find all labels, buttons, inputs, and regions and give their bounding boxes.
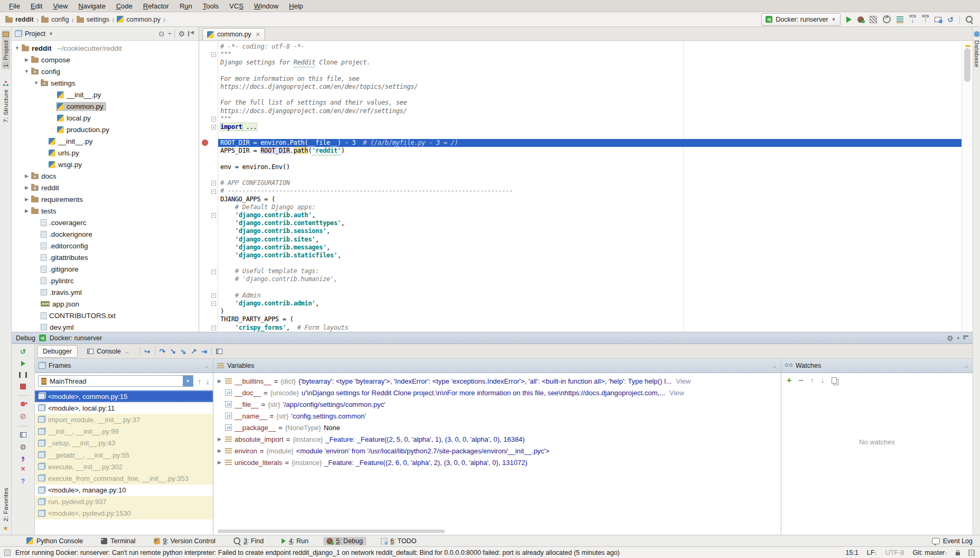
tree-item-wsgi.py[interactable]: wsgi.py [12, 159, 199, 170]
tree-item-compose[interactable]: ▶compose [12, 54, 199, 66]
caret-position[interactable]: 15:1 [846, 549, 858, 556]
fold-marker[interactable]: − [211, 269, 216, 274]
expand-icon[interactable]: ▶ [217, 378, 222, 384]
tree-item-.coveragerc[interactable]: .coveragerc [12, 217, 199, 228]
tool-window-tab-6-todo[interactable]: 6: TODO [378, 537, 420, 545]
gear-icon[interactable]: ⚙ [178, 30, 185, 38]
frame-row[interactable]: <module>, pydevd.py:1530 [35, 508, 213, 519]
code-line[interactable]: APPS_DIR = ROOT_DIR.path('reddit') [220, 147, 962, 155]
tool-button-project[interactable]: 1: Project [2, 30, 10, 69]
fold-marker[interactable]: − [211, 213, 216, 218]
tree-item-production.py[interactable]: production.py [12, 124, 199, 135]
tool-button-database[interactable]: Database [974, 31, 980, 68]
duplicate-watch-button[interactable] [832, 377, 837, 384]
hide-tool-window-button[interactable] [963, 336, 968, 341]
stop-button[interactable] [20, 384, 26, 389]
code-line[interactable]: For more information on this file, see [220, 75, 962, 83]
tool-window-tab-terminal[interactable]: Terminal [98, 537, 138, 545]
tree-item-.pylintrc[interactable]: .pylintrc [12, 275, 199, 286]
warning-mark[interactable] [965, 45, 970, 47]
variable-row[interactable]: ▶__builtins__={dict}{'bytearray': <type … [213, 375, 781, 387]
lock-icon[interactable] [956, 552, 960, 555]
code-line[interactable] [220, 259, 962, 267]
menu-vcs[interactable]: VCS [225, 1, 248, 11]
chevron-down-icon[interactable]: ▼ [49, 31, 53, 36]
code-line[interactable] [220, 67, 962, 75]
fold-marker[interactable]: + [211, 125, 216, 129]
tool-window-toggle-icon[interactable] [4, 550, 11, 556]
breadcrumb-settings[interactable]: settings [77, 16, 109, 23]
frame-row[interactable]: run, pydevd.py:937 [35, 496, 213, 508]
chevron-down-icon[interactable]: ▾ [957, 336, 959, 341]
resume-button[interactable] [21, 361, 25, 366]
status-message[interactable]: Error running Docker: runserver: Can't r… [15, 549, 620, 556]
tree-item-urls.py[interactable]: urls.py [12, 147, 199, 159]
breadcrumb-config[interactable]: config [41, 16, 69, 23]
gear-icon[interactable]: ⚙ [947, 334, 954, 342]
move-watch-down-button[interactable]: ↓ [821, 377, 825, 384]
close-icon[interactable]: ✕ [256, 31, 260, 38]
git-branch-select[interactable]: Git: master↕ [912, 549, 947, 556]
tree-item-reddit[interactable]: ▶reddit [12, 182, 199, 193]
code-line[interactable] [220, 131, 962, 139]
mute-breakpoints-button[interactable]: ⊘ [20, 412, 26, 420]
debug-button[interactable] [857, 16, 864, 23]
variable-row[interactable]: 18__name__={str}'config.settings.common' [213, 410, 781, 422]
menu-code[interactable]: Code [111, 1, 137, 11]
tree-item-config[interactable]: ▼config [12, 66, 199, 77]
code-line[interactable]: # 'django.contrib.humanize', [220, 275, 962, 283]
locate-file-button[interactable]: ⊙ [158, 30, 165, 38]
run-configuration-select[interactable]: dj Docker: runserver ▼ [761, 13, 840, 26]
tree-toggle-icon[interactable]: ▶ [23, 57, 30, 62]
tree-item-.travis.yml[interactable]: .travis.yml [12, 286, 199, 298]
step-into-button[interactable]: ↘ [170, 348, 176, 355]
profiler-button[interactable] [883, 15, 891, 23]
code-line[interactable]: DJANGO_APPS = ( [220, 196, 962, 203]
pin-icon[interactable]: → [203, 362, 209, 369]
variable-row[interactable]: ▶environ={module}<module 'environ' from … [213, 445, 781, 457]
file-encoding[interactable]: UTF-8 [885, 549, 904, 556]
fold-marker[interactable]: − [211, 301, 216, 306]
rollback-button[interactable]: ↺ [947, 16, 954, 23]
variable-row[interactable]: ▶absolute_import={instance}_Feature: _Fe… [213, 433, 781, 445]
tree-toggle-icon[interactable]: ▼ [14, 45, 21, 51]
tree-item-local.py[interactable]: local.py [12, 112, 199, 124]
tree-item-settings[interactable]: ▼settings [12, 77, 199, 89]
variable-row[interactable]: ▶unicode_literals={instance}_Feature: _F… [213, 457, 781, 468]
expand-icon[interactable]: ▶ [217, 448, 222, 453]
tree-item-.dockerignore[interactable]: .dockerignore [12, 228, 199, 240]
code-line[interactable]: # Useful template tags: [220, 267, 962, 275]
code-line[interactable]: # Admin [220, 292, 962, 300]
tool-window-tab-python-console[interactable]: Python Console [23, 537, 86, 545]
error-stripe[interactable] [962, 41, 973, 332]
fold-marker[interactable]: − [211, 189, 216, 194]
tab-debugger[interactable]: Debugger [37, 345, 78, 358]
coverage-button[interactable] [870, 16, 877, 23]
variable-row[interactable]: 18__package__={NoneType}None [213, 422, 781, 433]
code-line[interactable]: Django settings for Reddit Clone project… [220, 59, 962, 67]
code-line[interactable]: # --------------------------------------… [220, 187, 962, 195]
code-line[interactable]: # APP CONFIGURATION [220, 179, 962, 187]
breadcrumb-reddit[interactable]: reddit [5, 16, 34, 23]
code-line[interactable]: ) [220, 308, 962, 315]
editor-tab-common-py[interactable]: common.py ✕ [202, 28, 265, 40]
code-line[interactable] [220, 155, 962, 163]
code-line[interactable]: https://docs.djangoproject.com/en/dev/to… [220, 83, 962, 91]
breadcrumb-common.py[interactable]: common.py [117, 16, 161, 23]
tool-window-tab-3-find[interactable]: 3: Find [230, 537, 267, 545]
tree-item-.gitattributes[interactable]: .gitattributes [12, 252, 199, 263]
code-line[interactable]: For the full list of settings and their … [220, 99, 962, 107]
menu-help[interactable]: Help [284, 1, 308, 11]
tree-item-common.py[interactable]: common.py [12, 100, 199, 112]
code-line[interactable]: 'django.contrib.auth', [220, 211, 962, 219]
fold-marker[interactable]: − [211, 117, 216, 122]
tree-item-reddit[interactable]: ▼reddit~/cookiecutter/reddit [12, 42, 199, 54]
frame-down-button[interactable]: ↓ [206, 377, 210, 386]
code-line[interactable]: 'django.contrib.contenttypes', [220, 219, 962, 227]
code-line[interactable] [220, 171, 962, 179]
fold-marker[interactable]: − [211, 181, 216, 185]
code-text[interactable]: # -*- coding: utf-8 -*-"""Django setting… [218, 41, 962, 332]
run-button[interactable] [846, 16, 852, 23]
code-line[interactable]: ROOT_DIR = environ.Path(__file__) - 3 # … [218, 139, 962, 147]
code-line[interactable] [220, 91, 962, 99]
